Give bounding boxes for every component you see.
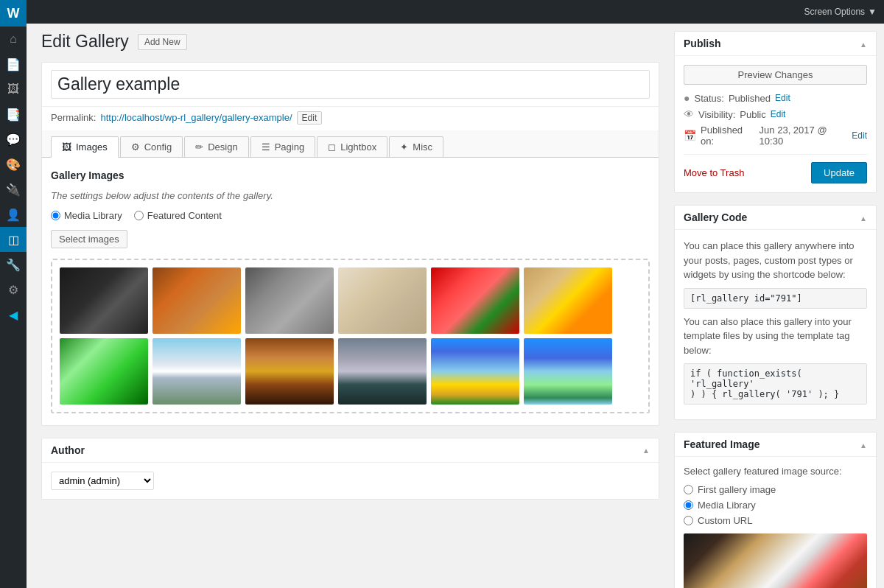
move-to-trash-link[interactable]: Move to Trash (684, 167, 744, 178)
sidebar-icon-plugins[interactable]: 🔌 (0, 177, 27, 202)
add-new-button[interactable]: Add New (138, 34, 187, 50)
tab-paging[interactable]: ☰ Paging (250, 136, 315, 157)
featured-radio-first-label: First gallery image (698, 484, 776, 495)
status-label: Status: (694, 93, 723, 104)
gallery-shortcode[interactable]: [rl_gallery id="791"] (684, 288, 867, 309)
tab-images[interactable]: 🖼 Images (51, 136, 119, 158)
tab-lightbox[interactable]: ◻ Lightbox (317, 136, 387, 157)
sidebar-icon-posts[interactable]: 📄 (0, 52, 27, 77)
status-edit-link[interactable]: Edit (775, 93, 790, 103)
featured-image-panel: Featured Image Select gallery featured i… (674, 432, 877, 588)
config-tab-icon: ⚙ (131, 141, 140, 153)
published-label: Published on: (701, 125, 755, 147)
status-icon: ● (684, 92, 690, 104)
misc-tab-icon: ✦ (400, 141, 408, 153)
wp-logo[interactable]: W (0, 0, 27, 27)
tab-paging-label: Paging (275, 141, 304, 153)
permalink-link[interactable]: http://localhost/wp-rl_gallery/gallery-e… (100, 112, 292, 123)
select-images-button[interactable]: Select images (51, 230, 127, 248)
right-sidebar: Publish Preview Changes ● Status: Publis… (674, 24, 884, 588)
gallery-code-title: Gallery Code (684, 211, 747, 223)
featured-image-header[interactable]: Featured Image (675, 433, 876, 457)
gallery-thumb-9[interactable] (245, 338, 334, 405)
permalink-edit-button[interactable]: Edit (297, 111, 323, 125)
sidebar-icon-comments[interactable]: 💬 (0, 127, 27, 152)
page-title: Edit Gallery (41, 31, 129, 53)
author-card-body: admin (admin) (42, 463, 659, 499)
sidebar-icon-tools[interactable]: 🔧 (0, 252, 27, 277)
published-edit-link[interactable]: Edit (852, 130, 867, 141)
author-section-title: Author (51, 444, 85, 456)
update-button[interactable]: Update (811, 162, 867, 183)
gallery-code-collapse-icon (860, 212, 867, 223)
gallery-thumb-7[interactable] (60, 338, 148, 405)
publish-panel: Publish Preview Changes ● Status: Publis… (674, 31, 877, 193)
author-card-header[interactable]: Author (42, 438, 659, 463)
gallery-thumb-3[interactable] (245, 267, 334, 334)
tabs-nav: 🖼 Images ⚙ Config ✏ Design ☰ Paging (42, 130, 659, 158)
images-tab-icon: 🖼 (62, 141, 71, 153)
tab-misc-label: Misc (413, 141, 432, 153)
radio-featured-content-input[interactable] (134, 211, 144, 220)
publish-panel-title: Publish (684, 38, 721, 49)
gallery-images-desc: The settings below adjust the contents o… (51, 190, 650, 201)
featured-image-collapse-icon (860, 439, 867, 450)
radio-media-library[interactable]: Media Library (51, 210, 122, 221)
sidebar-icon-pages[interactable]: 📑 (0, 102, 27, 127)
design-tab-icon: ✏ (195, 141, 203, 153)
permalink-label: Permalink: (51, 112, 96, 123)
sidebar-icon-media[interactable]: 🖼 (0, 77, 27, 102)
gallery-thumb-5[interactable] (431, 267, 519, 334)
calendar-icon: 📅 (684, 130, 696, 141)
tab-config-label: Config (144, 141, 172, 153)
gallery-images-title: Gallery Images (51, 169, 650, 181)
preview-changes-button[interactable]: Preview Changes (684, 65, 867, 85)
featured-image-source-group: First gallery image Media Library Custom… (684, 484, 867, 526)
sidebar-icon-users[interactable]: 👤 (0, 202, 27, 227)
featured-radio-url-input[interactable] (684, 516, 693, 525)
gallery-code-header[interactable]: Gallery Code (675, 206, 876, 230)
gallery-thumb-8[interactable] (152, 338, 241, 405)
featured-radio-first[interactable]: First gallery image (684, 484, 867, 495)
radio-featured-content[interactable]: Featured Content (134, 210, 222, 221)
featured-image-title: Featured Image (684, 438, 760, 450)
featured-radio-media[interactable]: Media Library (684, 500, 867, 511)
visibility-value: Public (740, 109, 765, 120)
screen-options-button[interactable]: Screen Options ▼ (804, 7, 877, 17)
sidebar-icon-appearance[interactable]: 🎨 (0, 152, 27, 177)
radio-media-library-label: Media Library (64, 210, 122, 221)
gallery-template-tag[interactable]: if ( function_exists( 'rl_gallery' ) ) {… (684, 363, 867, 405)
tab-config[interactable]: ⚙ Config (120, 136, 183, 157)
source-radio-group: Media Library Featured Content (51, 210, 650, 221)
sidebar-icon-dashboard[interactable]: ⌂ (0, 27, 27, 52)
gallery-thumb-10[interactable] (338, 338, 427, 405)
publish-panel-header[interactable]: Publish (675, 32, 876, 56)
featured-image-thumbnail[interactable] (684, 533, 867, 588)
gallery-thumb-2[interactable] (152, 267, 241, 334)
gallery-thumb-6[interactable] (524, 267, 612, 334)
gallery-thumb-4[interactable] (338, 267, 427, 334)
sidebar-icon-collapse[interactable]: ◀ (0, 302, 27, 327)
sidebar-icon-settings[interactable]: ⚙ (0, 277, 27, 302)
radio-media-library-input[interactable] (51, 211, 60, 220)
featured-radio-first-input[interactable] (684, 485, 693, 494)
tab-design[interactable]: ✏ Design (184, 136, 248, 157)
gallery-title-input[interactable] (51, 70, 650, 99)
page-header: Edit Gallery Add New (41, 31, 659, 53)
featured-image-body: Select gallery featured image source: Fi… (675, 457, 876, 588)
featured-radio-url[interactable]: Custom URL (684, 515, 867, 526)
tab-misc[interactable]: ✦ Misc (389, 136, 443, 157)
page-content: Edit Gallery Add New Permalink: http://l… (27, 24, 674, 588)
gallery-thumb-1[interactable] (60, 267, 148, 334)
radio-featured-content-label: Featured Content (147, 210, 222, 221)
sidebar-icon-gallery[interactable]: ◫ (0, 227, 27, 252)
gallery-code-panel: Gallery Code You can place this gallery … (674, 205, 877, 420)
visibility-edit-link[interactable]: Edit (771, 109, 786, 119)
gallery-thumb-11[interactable] (431, 338, 519, 405)
gallery-thumb-12[interactable] (524, 338, 612, 405)
author-select[interactable]: admin (admin) (51, 472, 154, 490)
tab-images-label: Images (76, 141, 108, 153)
content-area: Edit Gallery Add New Permalink: http://l… (27, 24, 884, 588)
visibility-icon: 👁 (684, 108, 694, 120)
featured-radio-media-input[interactable] (684, 500, 693, 510)
